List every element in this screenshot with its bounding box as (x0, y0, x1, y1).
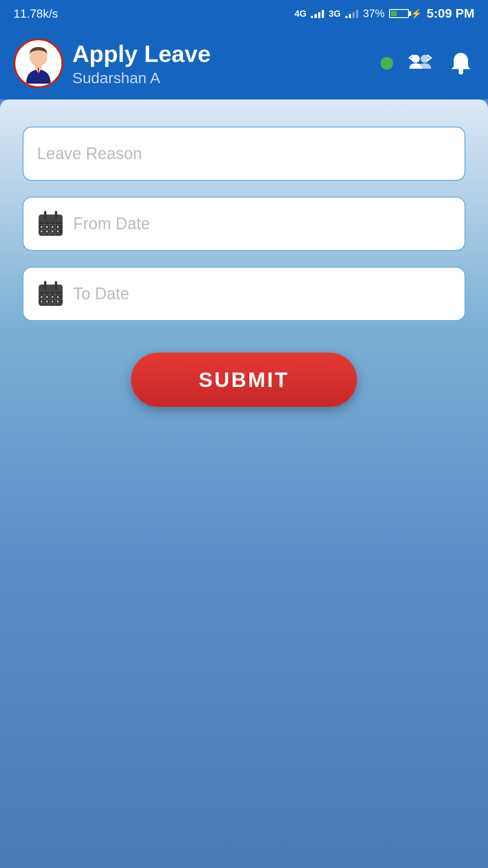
svg-rect-5 (459, 68, 463, 72)
header-text: Apply Leave Sudarshan A (72, 40, 371, 87)
to-date-field[interactable] (23, 267, 465, 321)
svg-point-23 (52, 231, 53, 232)
avatar (14, 38, 63, 88)
svg-point-43 (57, 301, 59, 302)
leave-reason-field[interactable] (23, 127, 465, 181)
main-content: SUBMIT (0, 99, 488, 868)
submit-button[interactable]: SUBMIT (131, 353, 357, 407)
switch-user-icon (408, 51, 433, 76)
svg-point-24 (57, 231, 59, 232)
network2-label: 3G (328, 9, 341, 19)
status-icons: 4G 3G 37% ⚡ 5:09 PM (295, 6, 474, 21)
bell-icon (449, 51, 473, 75)
battery-icon: ⚡ (389, 8, 422, 19)
from-date-field[interactable] (23, 197, 465, 251)
avatar-image (18, 43, 59, 84)
svg-rect-8 (39, 218, 62, 222)
svg-point-37 (46, 296, 48, 298)
from-date-input[interactable] (73, 214, 451, 233)
svg-point-17 (41, 226, 42, 228)
network-speed: 11.78k/s (14, 7, 58, 21)
signal-bars-4g (311, 9, 324, 18)
svg-point-41 (46, 301, 48, 302)
svg-point-22 (46, 231, 48, 232)
status-bar: 11.78k/s 4G 3G 37% ⚡ 5:09 PM (0, 0, 488, 27)
form-container (23, 127, 465, 321)
user-name: Sudarshan A (72, 69, 371, 87)
svg-point-19 (52, 226, 53, 228)
leave-reason-input[interactable] (37, 144, 451, 163)
notifications-button[interactable] (447, 50, 474, 77)
online-status-dot (380, 57, 393, 70)
svg-point-40 (41, 301, 42, 302)
battery-percent: 37% (363, 7, 385, 20)
network1-label: 4G (295, 9, 307, 19)
calendar-icon-to (37, 280, 64, 307)
signal-bars-3g (345, 9, 358, 18)
header-icons (380, 50, 474, 77)
status-time: 5:09 PM (427, 6, 474, 21)
bolt-icon: ⚡ (411, 8, 422, 19)
svg-rect-27 (39, 288, 62, 292)
svg-point-21 (41, 231, 42, 232)
page-title: Apply Leave (72, 40, 371, 67)
svg-point-38 (52, 296, 53, 298)
svg-point-36 (41, 296, 42, 298)
header: Apply Leave Sudarshan A (0, 27, 488, 99)
to-date-input[interactable] (73, 284, 451, 303)
svg-point-42 (52, 301, 53, 302)
svg-point-18 (46, 226, 48, 228)
switch-user-button[interactable] (407, 50, 434, 77)
svg-point-20 (57, 226, 59, 228)
svg-point-39 (57, 296, 59, 298)
calendar-icon-from (37, 210, 64, 237)
